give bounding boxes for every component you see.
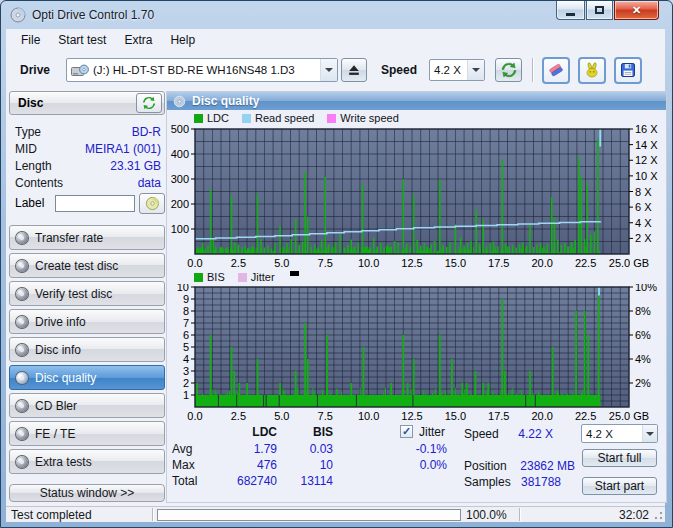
position-stat-value: 23862 MB (477, 459, 575, 473)
sidebar-item[interactable]: CD Bler (9, 393, 165, 418)
stats-panel: LDC BIS Avg Max Total 1.79 0.03 476 10 6… (167, 422, 666, 503)
disc-info-row: MID MEIRA1 (001) (15, 140, 161, 157)
menu-item-file[interactable]: File (12, 31, 49, 49)
disc-refresh-button[interactable] (136, 93, 162, 113)
disc-info-value: BD-R (132, 125, 161, 139)
avg-ldc-value: 1.79 (197, 442, 277, 456)
drive-label: Drive (20, 63, 66, 77)
svg-text:12 X: 12 X (635, 154, 658, 166)
statusbar: Test completed 100.0% 32:02 (6, 506, 665, 522)
read-speed-swatch (242, 114, 251, 123)
menu-item-start-test[interactable]: Start test (49, 31, 115, 49)
start-full-button[interactable]: Start full (582, 449, 657, 467)
avg-bis-value: 0.03 (287, 442, 333, 456)
sidebar-item[interactable]: Disc quality (9, 365, 165, 390)
svg-text:5: 5 (183, 341, 189, 353)
quality-speed-dropdown-arrow[interactable] (642, 425, 657, 442)
sidebar-item[interactable]: Create test disc (9, 253, 165, 278)
svg-text:7.5: 7.5 (318, 410, 333, 421)
sidebar-item-label: Disc quality (35, 371, 96, 385)
start-part-button[interactable]: Start part (582, 477, 657, 495)
chevron-down-icon (325, 68, 333, 72)
status-text: Test completed (11, 508, 92, 522)
cd-icon (16, 456, 28, 468)
close-button[interactable]: ✕ (614, 1, 659, 20)
svg-text:0.0: 0.0 (187, 410, 202, 421)
cd-icon (145, 196, 160, 211)
app-icon (10, 7, 26, 23)
write-speed-swatch (327, 114, 336, 123)
status-window-button[interactable]: Status window >> (9, 484, 165, 502)
svg-text:6: 6 (183, 329, 189, 341)
svg-text:10.0: 10.0 (358, 410, 379, 421)
jitter-line-sample (290, 271, 299, 276)
resize-grip[interactable] (652, 509, 664, 521)
svg-text:300: 300 (171, 173, 189, 185)
quality-speed-value: 4.2 X (586, 428, 613, 440)
svg-text:8 X: 8 X (635, 186, 652, 198)
minimize-button[interactable] (556, 1, 585, 20)
maximize-button[interactable] (586, 1, 613, 20)
save-button[interactable] (614, 57, 642, 84)
sidebar-item-label: FE / TE (35, 427, 75, 441)
cd-icon (16, 232, 28, 244)
bis-column-header: BIS (287, 425, 333, 439)
jitter-checkbox[interactable]: ✓ (400, 425, 413, 438)
eject-button[interactable] (341, 58, 367, 82)
label-row: Label (9, 192, 165, 214)
menu-item-help[interactable]: Help (161, 31, 204, 49)
sidebar-item[interactable]: Transfer rate (9, 225, 165, 250)
svg-text:22.5: 22.5 (575, 410, 596, 421)
sidebar-item[interactable]: Extra tests (9, 449, 165, 474)
rabbit-icon (583, 61, 601, 79)
jitter-avg-value: -0.1% (367, 442, 447, 456)
disc-info-label: MID (15, 142, 37, 156)
refresh-button[interactable] (495, 58, 522, 82)
svg-text:10 X: 10 X (635, 170, 658, 182)
sidebar-item[interactable]: Drive info (9, 309, 165, 334)
elapsed-time: 32:02 (619, 508, 649, 522)
svg-text:17.5: 17.5 (488, 410, 509, 421)
svg-text:12.5: 12.5 (401, 257, 422, 269)
cd-icon (16, 260, 28, 272)
toolbar-separator (532, 58, 533, 82)
disc-panel-header: Disc (9, 91, 165, 115)
sidebar-item[interactable]: Disc info (9, 337, 165, 362)
ldc-column-header: LDC (197, 425, 277, 439)
drive-select[interactable]: (J:) HL-DT-ST BD-RE WH16NS48 1.D3 (66, 58, 338, 82)
disc-label-button[interactable] (139, 193, 165, 214)
svg-text:4%: 4% (635, 353, 651, 365)
menu-item-extra[interactable]: Extra (115, 31, 161, 49)
drive-dropdown-arrow[interactable] (320, 59, 337, 81)
svg-text:4 X: 4 X (635, 217, 652, 229)
jitter-checkbox-label: Jitter (419, 425, 445, 439)
quality-speed-select[interactable]: 4.2 X (581, 424, 658, 443)
sidebar-item[interactable]: Verify test disc (9, 281, 165, 306)
total-ldc-value: 682740 (197, 474, 277, 488)
bis-chart: 123456789102%4%6%8%10%0.02.55.07.510.012… (167, 284, 666, 421)
svg-text:20.0: 20.0 (531, 257, 552, 269)
svg-text:25.0 GB: 25.0 GB (609, 410, 649, 421)
max-row-label: Max (172, 458, 195, 472)
drive-select-value: (J:) HL-DT-ST BD-RE WH16NS48 1.D3 (93, 64, 295, 76)
chevron-down-icon (472, 68, 480, 72)
speed-select[interactable]: 4.2 X (429, 59, 485, 81)
speed-dropdown-arrow[interactable] (467, 60, 484, 80)
disc-info-value: 23.31 GB (110, 159, 161, 173)
label-field[interactable] (55, 195, 135, 212)
rabbit-button[interactable] (578, 57, 606, 84)
check-icon: ✓ (402, 426, 411, 437)
cd-icon (16, 372, 28, 384)
sidebar-item[interactable]: FE / TE (9, 421, 165, 446)
sidebar-item-label: Drive info (35, 315, 86, 329)
jitter-swatch (238, 273, 247, 282)
erase-disc-button[interactable] (542, 57, 570, 84)
speed-select-value: 4.2 X (434, 64, 461, 76)
svg-text:8%: 8% (635, 305, 651, 317)
svg-text:15.0: 15.0 (445, 410, 466, 421)
svg-text:500: 500 (171, 125, 189, 135)
svg-text:200: 200 (171, 198, 189, 210)
cd-icon (173, 95, 186, 108)
svg-text:15.0: 15.0 (445, 257, 466, 269)
progress-percent: 100.0% (466, 508, 507, 522)
